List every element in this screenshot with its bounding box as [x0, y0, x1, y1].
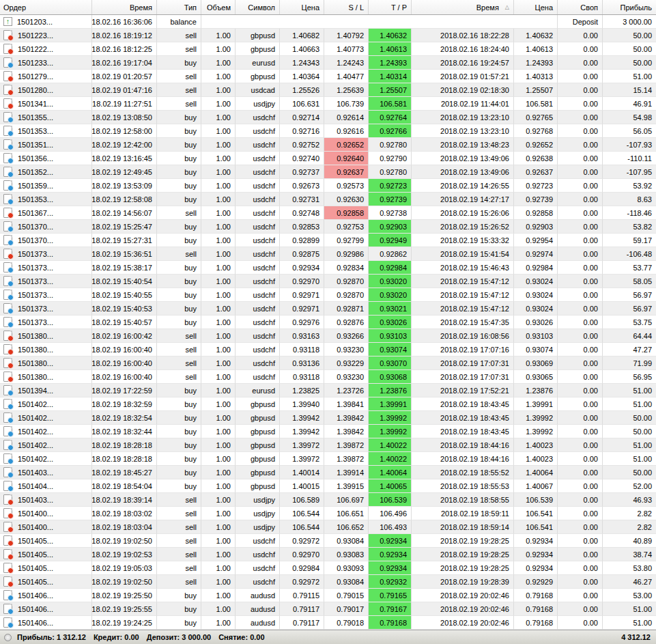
column-header-tp[interactable]: T / P [369, 0, 412, 14]
sell-dot-icon [8, 349, 14, 355]
cell-text: 1.39991 [380, 400, 407, 408]
cell-text: 0.00 [584, 209, 598, 217]
column-header-price2[interactable]: Цена [514, 0, 558, 14]
table-row[interactable]: 1501402...2018.02.19 18:32:44buy1.00gbpu… [0, 425, 656, 438]
cell-text: gbpusd [251, 400, 275, 408]
table-row[interactable]: 1501353...2018.02.19 12:58:00buy1.00usdc… [0, 124, 656, 138]
table-row[interactable]: 1501352...2018.02.19 12:49:45buy1.00usdc… [0, 165, 656, 179]
column-header-order[interactable]: Ордер [0, 0, 92, 14]
cell-order: 1501403... [0, 466, 92, 479]
table-row[interactable]: 1501400...2018.02.19 18:03:04sell1.00usd… [0, 520, 656, 534]
cell-text: 1.00 [216, 578, 231, 586]
cell-time2-close: 2018.02.19 11:44:01 [412, 97, 514, 111]
cell-price: 0.92740 [280, 152, 324, 165]
cell-order: 1501279... [0, 70, 92, 83]
table-row[interactable]: 1501403...2018.02.19 18:45:27buy1.00gbpu… [0, 466, 656, 479]
table-row[interactable]: 1501359...2018.02.19 13:53:09buy1.00usdc… [0, 179, 656, 193]
cell-text: 1.00 [216, 550, 231, 559]
cell-text: 1.00 [216, 45, 231, 53]
cell-text: 0.92652 [526, 141, 553, 149]
table-row[interactable]: 1501351...2018.02.19 12:42:00buy1.00usdc… [0, 138, 656, 152]
cell-time2-close: 2018.02.19 15:41:54 [412, 247, 514, 261]
table-row[interactable]: 1501373...2018.02.19 15:38:17buy1.00usdc… [0, 261, 656, 275]
cell-text: 1501402... [18, 455, 53, 463]
cell-sl: 1.39872 [324, 452, 369, 466]
column-header-price[interactable]: Цена [280, 0, 324, 14]
table-row[interactable]: 1501373...2018.02.19 15:40:55buy1.00usdc… [0, 288, 656, 302]
table-row[interactable]: 1501280...2018.02.19 01:47:16sell1.00usd… [0, 83, 656, 97]
cell-text: 1.24393 [380, 59, 407, 67]
cell-text: 1.39972 [292, 455, 319, 463]
cell-text: 1501403... [18, 468, 53, 477]
table-row[interactable]: 1501373...2018.02.19 15:40:53buy1.00usdc… [0, 302, 656, 316]
table-row[interactable]: 1501356...2018.02.19 13:16:45buy1.00usdc… [0, 152, 656, 165]
table-row[interactable]: 1501223...2018.02.16 18:19:12sell1.00gbp… [0, 29, 656, 42]
table-row[interactable]: 1501400...2018.02.19 18:03:02sell1.00usd… [0, 507, 656, 520]
table-row[interactable]: 1501403...2018.02.19 18:39:14sell1.00usd… [0, 493, 656, 507]
cell-sl: 1.40773 [324, 42, 369, 56]
cell-text: 0.00 [584, 578, 598, 586]
column-header-sl[interactable]: S / L [324, 0, 369, 14]
cell-order: 1501405... [0, 575, 92, 589]
table-row[interactable]: 1501405...2018.02.19 19:02:50sell1.00usd… [0, 534, 656, 548]
table-row[interactable]: 1501402...2018.02.19 18:32:59buy1.00gbpu… [0, 397, 656, 411]
cell-text: 0.93230 [337, 373, 364, 381]
table-row[interactable]: 1501370...2018.02.19 15:27:31buy1.00usdc… [0, 234, 656, 247]
cell-text: 2018.02.19 15:40:55 [92, 291, 152, 299]
cell-symbol: gbpusd [236, 466, 280, 479]
table-row[interactable]: 1501373...2018.02.19 15:40:57buy1.00usdc… [0, 316, 656, 329]
sell-order-icon [3, 494, 12, 505]
cell-text: 0.93084 [337, 578, 364, 586]
column-header-time2-close[interactable]: Время△ [412, 0, 514, 14]
table-row[interactable]: 1501373...2018.02.19 15:36:51sell1.00usd… [0, 247, 656, 261]
table-row[interactable]: 1501373...2018.02.19 15:40:54buy1.00usdc… [0, 275, 656, 288]
table-row[interactable]: 1501279...2018.02.19 01:20:57sell1.00gbp… [0, 70, 656, 83]
cell-text: 2018.02.19 18:03:04 [92, 523, 152, 531]
cell-type: sell [157, 343, 201, 356]
column-header-type[interactable]: Тип [157, 0, 201, 14]
column-header-swap[interactable]: Своп [558, 0, 603, 14]
table-row[interactable]: 1501367...2018.02.19 14:56:07sell1.00usd… [0, 206, 656, 220]
cell-volume: 1.00 [201, 589, 236, 602]
table-row[interactable]: 1501370...2018.02.19 15:25:47buy1.00usdc… [0, 220, 656, 234]
buy-dot-icon [8, 431, 14, 437]
table-row[interactable]: 1501341...2018.02.19 11:27:51sell1.00usd… [0, 97, 656, 111]
table-row[interactable]: 1501353...2018.02.19 12:58:08buy1.00usdc… [0, 193, 656, 206]
column-header-profit[interactable]: Прибыль [603, 0, 656, 14]
table-row[interactable]: 1501405...2018.02.19 19:05:03sell1.00usd… [0, 561, 656, 575]
table-row[interactable]: 1501406...2018.02.19 19:25:50buy1.00audu… [0, 589, 656, 602]
cell-text: buy [184, 318, 197, 326]
table-row[interactable]: 1501355...2018.02.19 13:08:50buy1.00usdc… [0, 111, 656, 124]
table-row[interactable]: ↑1501203...2018.02.16 16:36:06balanceDep… [0, 15, 656, 29]
cell-text: 2018.02.19 01:20:57 [92, 72, 152, 81]
cell-time: 2018.02.19 19:25:50 [92, 589, 157, 602]
table-row[interactable]: 1501405...2018.02.19 19:02:50sell1.00usd… [0, 575, 656, 589]
column-header-symbol[interactable]: Символ [236, 0, 280, 14]
cell-text: 1.40314 [380, 72, 407, 81]
cell-time: 2018.02.19 18:54:04 [92, 479, 157, 493]
table-row[interactable]: 1501404...2018.02.19 18:54:04buy1.00gbpu… [0, 479, 656, 493]
table-row[interactable]: 1501380...2018.02.19 16:00:40sell1.00usd… [0, 370, 656, 384]
cell-volume: 1.00 [201, 329, 236, 343]
column-header-time[interactable]: Время [92, 0, 157, 14]
table-row[interactable]: 1501394...2018.02.19 17:22:59buy1.00euru… [0, 384, 656, 397]
table-row[interactable]: 1501233...2018.02.16 19:17:04buy1.00euru… [0, 56, 656, 70]
cell-time: 2018.02.19 13:53:09 [92, 179, 157, 193]
table-row[interactable]: 1501406...2018.02.19 19:24:25buy1.00audu… [0, 616, 656, 630]
cell-text: sell [185, 346, 197, 354]
cell-text: buy [184, 305, 197, 313]
table-row[interactable]: 1501222...2018.02.16 18:12:25sell1.00gbp… [0, 42, 656, 56]
cell-symbol: usdchf [236, 111, 280, 124]
column-header-volume[interactable]: Объем [201, 0, 236, 14]
table-row[interactable]: 1501380...2018.02.19 16:00:40sell1.00usd… [0, 356, 656, 370]
table-row[interactable]: 1501380...2018.02.19 16:00:42sell1.00usd… [0, 329, 656, 343]
table-row[interactable]: 1501402...2018.02.19 18:28:18buy1.00gbpu… [0, 438, 656, 452]
table-row[interactable]: 1501402...2018.02.19 18:32:54buy1.00gbpu… [0, 411, 656, 425]
cell-volume: 1.00 [201, 452, 236, 466]
table-row[interactable]: 1501402...2018.02.19 18:28:18buy1.00gbpu… [0, 452, 656, 466]
table-row[interactable]: 1501405...2018.02.19 19:02:53sell1.00usd… [0, 548, 656, 561]
cell-text: 1501403... [18, 496, 53, 504]
table-row[interactable]: 1501406...2018.02.19 19:25:55buy1.00audu… [0, 602, 656, 616]
cell-tp: 1.25507 [369, 83, 412, 97]
table-row[interactable]: 1501380...2018.02.19 16:00:40sell1.00usd… [0, 343, 656, 356]
